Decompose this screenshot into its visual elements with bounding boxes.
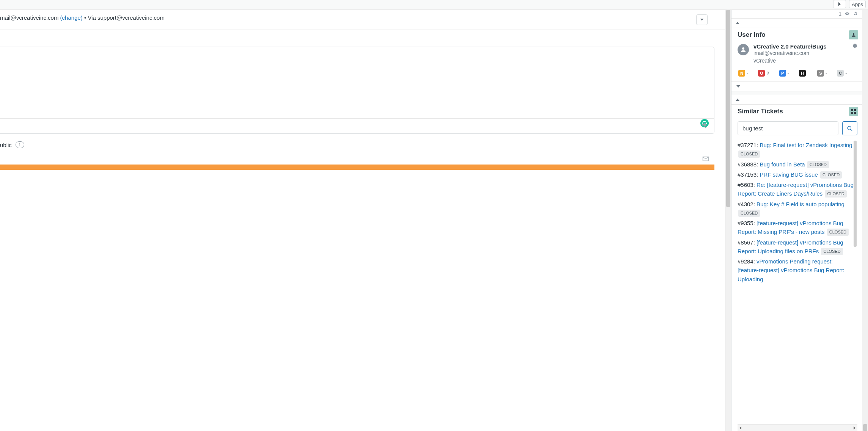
user-info-app-icon[interactable] [849, 30, 858, 39]
status-badge: CLOSED [827, 229, 849, 236]
ticket-id: #4302: [738, 201, 757, 207]
ticket-id: #37271: [738, 142, 760, 148]
note-highlight [0, 165, 714, 170]
chip-open[interactable]: O2 [758, 70, 769, 77]
ticket-result: #37153: PRF saving BUG issue CLOSED [738, 170, 855, 179]
chevron-left-icon [739, 426, 742, 429]
chevron-right-icon [837, 2, 842, 6]
panel-collapse-toggle[interactable] [731, 95, 862, 104]
main-pane: mail@vcreativeinc.com (change) • Via sup… [0, 10, 731, 431]
chevron-down-icon [700, 18, 704, 22]
scrollbar-thumb[interactable] [854, 141, 857, 247]
avatar [738, 44, 749, 55]
user-info-panel: User Info vCreative 2.0 Feature/Bugs ima… [731, 18, 862, 91]
status-badge: CLOSED [821, 248, 843, 255]
results-list: #37271: Bug: Final test for Zendesk Inge… [738, 141, 857, 424]
results-scrollbar[interactable] [853, 141, 857, 417]
user-info-expand[interactable] [731, 81, 862, 91]
svg-rect-2 [851, 112, 853, 114]
plugin-icon[interactable] [701, 122, 709, 131]
ticket-result: #37271: Bug: Final test for Zendesk Inge… [738, 141, 855, 158]
ticket-result: #8567: [feature-request] vPromotions Bug… [738, 238, 855, 256]
chip-closed[interactable]: C- [837, 70, 847, 77]
ticket-id: #9284: [738, 258, 757, 265]
ticket-result: #36888: Bug found in Beta CLOSED [738, 160, 855, 169]
similar-title: Similar Tickets [738, 108, 783, 115]
ticket-result: #5603: Re: [feature-request] vPromotions… [738, 180, 855, 198]
chip-pending[interactable]: P- [779, 70, 789, 77]
chevron-up-icon [735, 21, 740, 25]
svg-line-5 [851, 129, 852, 131]
viewers-bar: 1 [731, 10, 862, 18]
panel-collapse-toggle[interactable] [731, 19, 862, 28]
change-link[interactable]: (change) [60, 14, 83, 21]
ticket-id: #9355: [738, 220, 757, 226]
reload-icon[interactable] [853, 11, 858, 17]
chevron-right-icon [853, 426, 856, 429]
conversation-item [0, 153, 714, 170]
email-header: mail@vcreativeinc.com (change) • Via sup… [0, 10, 725, 30]
ticket-id: #8567: [738, 239, 757, 246]
ticket-result: #9284: vPromotions Pending request: [fea… [738, 257, 855, 284]
search-button[interactable] [842, 121, 857, 135]
conversation-section: ublic 1 [0, 134, 714, 173]
reply-editor[interactable] [0, 47, 714, 134]
gear-icon[interactable] [852, 43, 857, 50]
chip-solved[interactable]: S- [817, 70, 827, 77]
header-collapse-button[interactable] [696, 14, 708, 25]
mail-icon [702, 156, 709, 163]
sidebar-outer-scrollbar[interactable] [862, 10, 868, 431]
ticket-link[interactable]: PRF saving BUG issue [760, 171, 818, 178]
ticket-id: #5603: [738, 182, 757, 188]
from-address: mail@vcreativeinc.com [0, 14, 58, 21]
scrollbar-thumb[interactable] [863, 424, 867, 431]
main-scrollbar[interactable] [725, 10, 731, 431]
viewers-count: 1 [839, 11, 841, 17]
search-input[interactable] [738, 121, 838, 135]
ticket-result: #4302: Bug: Key # Field is auto populati… [738, 200, 855, 218]
ticket-id: #37153: [738, 171, 760, 178]
editor-footer [0, 118, 714, 133]
ticket-result: #9355: [feature-request] vPromotions Bug… [738, 219, 855, 237]
chevron-down-icon [736, 85, 741, 88]
results-hscrollbar[interactable] [738, 424, 857, 431]
sidebar: 1 User Info [731, 10, 862, 431]
conversation-count: 1 [16, 141, 24, 148]
svg-rect-3 [854, 112, 856, 114]
user-org: vCreative [753, 57, 848, 65]
scrollbar-thumb[interactable] [726, 10, 730, 207]
ticket-link[interactable]: Bug: Key # Field is auto populating [757, 201, 844, 207]
status-badge: CLOSED [807, 161, 829, 168]
similar-tickets-panel: Similar Tickets #37271: Bug: Final test … [731, 95, 862, 431]
similar-app-icon[interactable] [849, 107, 858, 116]
via-text: • Via support@vcreativeinc.com [84, 14, 165, 21]
apps-button[interactable]: Apps [849, 0, 866, 8]
ticket-link[interactable]: Bug: Final test for Zendesk Ingesting [760, 142, 852, 148]
chip-hold[interactable]: H [799, 70, 807, 77]
ticket-id: #36888: [738, 161, 760, 168]
toolbar-caret-button[interactable] [833, 0, 846, 8]
status-badge: CLOSED [820, 171, 842, 179]
conversation-label: ublic [0, 142, 12, 148]
eye-icon [844, 11, 850, 17]
chevron-up-icon [735, 98, 740, 102]
svg-rect-1 [854, 109, 856, 111]
top-toolbar: Apps [0, 0, 868, 10]
svg-point-4 [848, 126, 851, 130]
ticket-status-chips: N- O2 P- H S- C- [738, 64, 857, 77]
user-email: imail@vcreativeinc.com [753, 50, 848, 57]
user-name: vCreative 2.0 Feature/Bugs [753, 43, 848, 50]
status-badge: CLOSED [825, 190, 846, 197]
status-badge: CLOSED [738, 210, 760, 217]
user-info-title: User Info [738, 31, 766, 39]
search-icon [847, 125, 853, 132]
chip-new[interactable]: N- [738, 70, 748, 77]
ticket-link[interactable]: Bug found in Beta [760, 161, 805, 168]
status-badge: CLOSED [738, 150, 760, 158]
svg-rect-0 [851, 109, 853, 111]
